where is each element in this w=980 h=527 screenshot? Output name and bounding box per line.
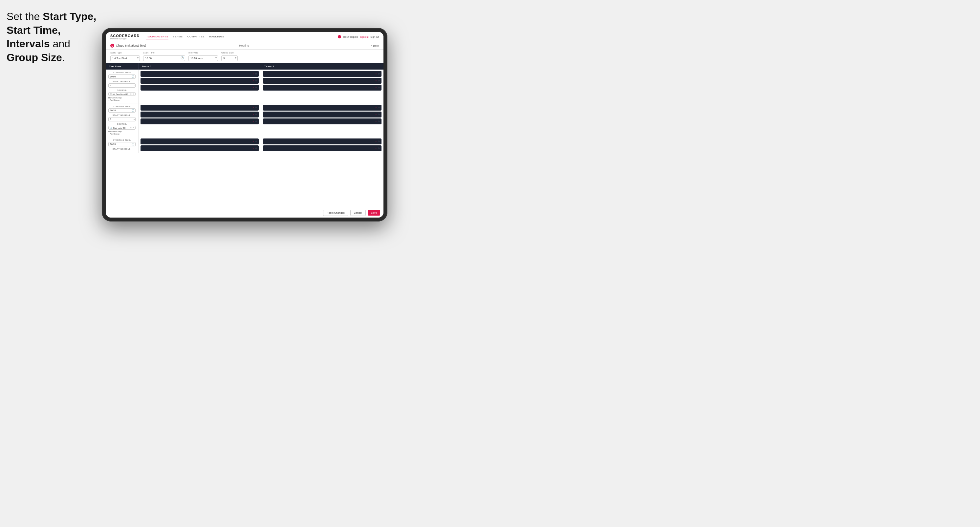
player-slot-5-1: × ⊙ (140, 138, 259, 144)
course-remove-x-1[interactable]: × (130, 93, 132, 95)
start-type-select-wrapper[interactable]: 1st Tee Start Shotgun Start (110, 54, 140, 61)
player-remove-2-1[interactable]: × (375, 73, 377, 75)
player-edit-2-2[interactable]: ⊙ (378, 79, 380, 82)
player-remove-6-2[interactable]: × (375, 147, 377, 149)
course-label-1: COURSE: (108, 89, 135, 91)
player-slot-3-3: × ⊙ (140, 119, 259, 124)
player-remove-1-1[interactable]: × (253, 73, 254, 75)
player-edit-1-1[interactable]: ⊙ (255, 73, 257, 75)
course-edit-2[interactable]: ≡ (133, 127, 134, 129)
player-edit-3-2[interactable]: ⊙ (255, 113, 257, 116)
group-size-label: Group Size (221, 51, 238, 54)
player-remove-1-3[interactable]: × (253, 87, 254, 89)
start-type-label: Start Type (110, 51, 140, 54)
tee-time-input-wrapper-3[interactable]: 🕐 (108, 142, 135, 146)
player-remove-4-1[interactable]: × (375, 106, 377, 109)
player-remove-5-1[interactable]: × (253, 140, 254, 143)
player-remove-3-3[interactable]: × (253, 121, 254, 122)
player-edit-3-1[interactable]: ⊙ (255, 106, 257, 109)
reset-changes-button[interactable]: Reset Changes (323, 210, 348, 216)
group-size-select[interactable]: 3 2 4 (221, 56, 238, 61)
player-slot-2-1: × ⊙ (263, 71, 382, 77)
player-edit-2-3[interactable]: ⊙ (378, 86, 380, 89)
player-edit-1-2[interactable]: ⊙ (255, 79, 257, 82)
nav-tab-tournaments[interactable]: TOURNAMENTS (146, 35, 168, 40)
team1-col-1: × ⊙ × ⊙ × ⊙ (138, 70, 261, 103)
player-edit-3-3[interactable]: ⊙ (255, 120, 257, 123)
player-remove-1-2[interactable]: × (253, 80, 254, 82)
clock-icon-1: 🕐 (132, 75, 135, 78)
start-time-input-wrapper[interactable]: 🕐 (143, 54, 185, 61)
course-edit-1[interactable]: ≡ (133, 93, 134, 95)
course-menu-icon-2: 🔗 (110, 127, 112, 129)
header-team1: Team 1 (138, 63, 261, 70)
player-remove-3-2[interactable]: × (253, 114, 254, 116)
table-header: Tee Time Team 1 Team 2 (106, 63, 383, 70)
player-remove-4-3[interactable]: × (375, 121, 377, 122)
remove-group-btn-2[interactable]: Remove Group (108, 130, 135, 133)
player-remove-3-1[interactable]: × (253, 106, 254, 109)
nav-tab-teams[interactable]: TEAMS (173, 35, 183, 40)
group-row-2: STARTING TIME: 🕐 STARTING HOLE: 1 10 (106, 103, 383, 137)
player-remove-2-2[interactable]: × (375, 80, 377, 82)
player-slot-1-1: × ⊙ (140, 71, 259, 77)
controls-row: Start Type 1st Tee Start Shotgun Start S… (106, 49, 383, 63)
player-edit-5-1[interactable]: ⊙ (255, 140, 257, 143)
logo-sub: Powered by clippd (110, 38, 140, 40)
player-edit-4-2[interactable]: ⊙ (378, 113, 380, 116)
header-team2: Team 2 (261, 63, 383, 70)
player-slot-5-2: × ⊙ (140, 145, 259, 151)
player-edit-6-2[interactable]: ⊙ (378, 147, 380, 150)
player-remove-5-2[interactable]: × (253, 147, 254, 149)
player-remove-2-3[interactable]: × (375, 87, 377, 89)
course-remove-x-2[interactable]: × (130, 127, 132, 129)
player-remove-4-2[interactable]: × (375, 114, 377, 116)
player-edit-4-1[interactable]: ⊙ (378, 106, 380, 109)
remove-group-btn-1[interactable]: Remove Group (108, 97, 135, 99)
course-tag-2: 🔗 East Lake GC × ≡ (108, 126, 135, 130)
intervals-group: Intervals 10 Minutes 5 Minutes 15 Minute… (188, 51, 218, 61)
group-size-select-wrapper[interactable]: 3 2 4 (221, 54, 238, 61)
clock-icon-3: 🕐 (132, 143, 135, 146)
intervals-select[interactable]: 10 Minutes 5 Minutes 15 Minutes (188, 56, 218, 61)
add-group-btn-1[interactable]: + Add Group (108, 99, 135, 101)
tee-time-input-wrapper-1[interactable]: 🕐 (108, 75, 135, 79)
player-edit-1-3[interactable]: ⊙ (255, 86, 257, 89)
start-time-input[interactable] (143, 56, 185, 61)
add-group-btn-2[interactable]: + Add Group (108, 133, 135, 135)
hole-select-2[interactable]: 1 10 (108, 117, 135, 121)
group-row-1: STARTING TIME: 🕐 STARTING HOLE: 1 10 (106, 70, 383, 103)
cancel-button[interactable]: Cancel (350, 210, 366, 216)
course-tag-1: ☰ (A) Peachtree GC × ≡ (108, 92, 135, 96)
clippd-icon: C (110, 44, 114, 48)
bottom-bar: Reset Changes Cancel Save (106, 208, 383, 217)
hole-select-wrapper-2[interactable]: 1 10 (108, 117, 135, 121)
starting-time-label-1: STARTING TIME: (108, 71, 135, 73)
player-edit-2-1[interactable]: ⊙ (378, 73, 380, 75)
clock-icon-2: 🕐 (132, 109, 135, 112)
sign-out-text[interactable]: Sign out (370, 36, 379, 38)
group-actions-2: Remove Group + Add Group (108, 130, 135, 135)
player-slot-3-1: × ⊙ (140, 105, 259, 111)
hole-select-1[interactable]: 1 10 (108, 83, 135, 87)
player-edit-5-2[interactable]: ⊙ (255, 147, 257, 150)
nav-user: blair@clippd.io Sign out Sign out (338, 35, 379, 38)
player-edit-4-3[interactable]: ⊙ (378, 120, 380, 123)
nav-tab-committee[interactable]: COMMITTEE (188, 35, 205, 40)
player-remove-6-1[interactable]: × (375, 140, 377, 143)
nav-tab-rankings[interactable]: RANKINGS (209, 35, 224, 40)
save-button[interactable]: Save (368, 210, 380, 216)
player-edit-6-1[interactable]: ⊙ (378, 140, 380, 143)
hole-select-wrapper-1[interactable]: 1 10 (108, 83, 135, 87)
start-type-select[interactable]: 1st Tee Start Shotgun Start (110, 56, 140, 61)
intervals-select-wrapper[interactable]: 10 Minutes 5 Minutes 15 Minutes (188, 54, 218, 61)
sub-header: C Clippd Invitational (Me) Hosting < Bac… (106, 42, 383, 49)
tee-time-input-wrapper-2[interactable]: 🕐 (108, 108, 135, 113)
back-button[interactable]: < Back (371, 44, 379, 47)
sign-out-link[interactable]: Sign out (360, 36, 369, 38)
group-row-3: STARTING TIME: 🕐 STARTING HOLE: × ⊙ (106, 137, 383, 153)
group-actions-1: Remove Group + Add Group (108, 97, 135, 101)
player-slot-2-3: × ⊙ (263, 85, 382, 90)
group-size-group: Group Size 3 2 4 (221, 51, 238, 61)
starting-hole-label-2: STARTING HOLE: (108, 114, 135, 116)
